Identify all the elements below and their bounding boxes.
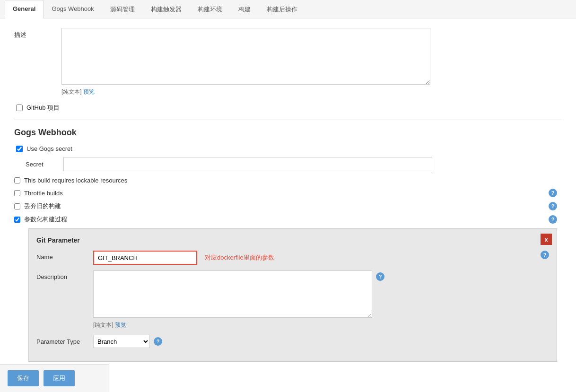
throttle-builds-checkbox[interactable]	[14, 190, 20, 196]
git-param-name-annotation: 对应dockerfile里面的参数	[205, 251, 274, 262]
apply-button[interactable]: 应用	[44, 370, 75, 386]
description-row: 描述 [纯文本] 预览	[14, 28, 562, 96]
tab-general[interactable]: General	[5, 0, 44, 18]
secret-input[interactable]	[63, 157, 432, 171]
git-param-name-label: Name	[36, 251, 93, 261]
git-parameter-box: Git Parameter x Name 对应dockerfile里面的参数 ?…	[28, 228, 557, 362]
param-build-help-icon[interactable]: ?	[549, 215, 557, 224]
description-preview-link[interactable]: 预览	[83, 88, 95, 95]
lockable-resources-checkbox[interactable]	[14, 177, 20, 183]
description-label: 描述	[14, 28, 61, 39]
tabs-bar: General Gogs Webhook 源码管理 构建触发器 构建环境 构建 …	[0, 0, 576, 18]
git-param-description-hint: [纯文本] 预览	[93, 321, 372, 329]
description-textarea[interactable]	[61, 28, 430, 85]
github-project-checkbox[interactable]	[16, 105, 23, 111]
secret-label: Secret	[26, 161, 63, 168]
tab-build-trigger[interactable]: 构建触发器	[143, 0, 190, 18]
git-param-description-label: Description	[36, 270, 93, 280]
discard-old-builds-checkbox[interactable]	[14, 203, 20, 209]
discard-old-builds-row: 丢弃旧的构建 ?	[14, 202, 562, 210]
github-project-label[interactable]: GitHub 项目	[26, 104, 60, 112]
use-gogs-secret-row: Use Gogs secret	[14, 145, 562, 152]
git-param-name-help-icon[interactable]: ?	[541, 251, 549, 259]
save-button[interactable]: 保存	[8, 370, 39, 386]
description-field-wrap: [纯文本] 预览	[61, 28, 562, 96]
git-param-name-input[interactable]	[93, 251, 197, 265]
git-param-description-preview-link[interactable]: 预览	[115, 322, 126, 328]
git-param-type-row: Parameter Type Branch Tag Revision Pull …	[36, 335, 549, 348]
throttle-builds-label[interactable]: Throttle builds	[24, 190, 63, 197]
use-gogs-secret-checkbox[interactable]	[16, 146, 23, 152]
git-param-type-label: Parameter Type	[36, 338, 93, 345]
throttle-builds-row: Throttle builds ?	[14, 189, 562, 197]
git-param-name-row: Name 对应dockerfile里面的参数 ?	[36, 251, 549, 265]
github-project-row: GitHub 项目	[14, 104, 562, 112]
use-gogs-secret-label[interactable]: Use Gogs secret	[26, 145, 72, 152]
secret-row: Secret	[14, 157, 562, 171]
tab-build-env[interactable]: 构建环境	[190, 0, 230, 18]
parameterized-build-checkbox[interactable]	[14, 217, 20, 223]
throttle-help-icon[interactable]: ?	[549, 189, 557, 197]
tab-source-management[interactable]: 源码管理	[102, 0, 143, 18]
description-hint: [纯文本] 预览	[61, 88, 562, 96]
git-param-type-help-icon[interactable]: ?	[154, 337, 162, 346]
divider	[14, 120, 562, 120]
gogs-webhook-title: Gogs Webhook	[14, 128, 562, 138]
tab-gogs-webhook[interactable]: Gogs Webhook	[44, 0, 102, 18]
git-param-description-wrap: [纯文本] 预览	[93, 270, 372, 329]
git-param-description-row: Description [纯文本] 预览 ?	[36, 270, 549, 329]
main-content: 描述 [纯文本] 预览 GitHub 项目 Gogs Webhook Use G…	[0, 18, 576, 371]
git-param-title: Git Parameter	[36, 236, 549, 244]
git-param-description-help-icon[interactable]: ?	[376, 272, 384, 281]
lockable-resources-label[interactable]: This build requires lockable resources	[24, 177, 127, 184]
tab-post-build[interactable]: 构建后操作	[259, 0, 305, 18]
discard-builds-help-icon[interactable]: ?	[549, 202, 557, 210]
git-param-close-button[interactable]: x	[541, 234, 552, 245]
git-param-description-textarea[interactable]	[93, 270, 372, 318]
bottom-bar: 保存 应用	[0, 364, 109, 392]
parameterized-build-row: 参数化构建过程 ?	[14, 215, 562, 224]
git-param-type-select[interactable]: Branch Tag Revision Pull Request	[93, 335, 150, 348]
lockable-resources-row: This build requires lockable resources	[14, 177, 562, 184]
parameterized-build-label[interactable]: 参数化构建过程	[24, 215, 67, 224]
tab-build[interactable]: 构建	[230, 0, 259, 18]
discard-old-builds-label[interactable]: 丢弃旧的构建	[24, 202, 61, 210]
